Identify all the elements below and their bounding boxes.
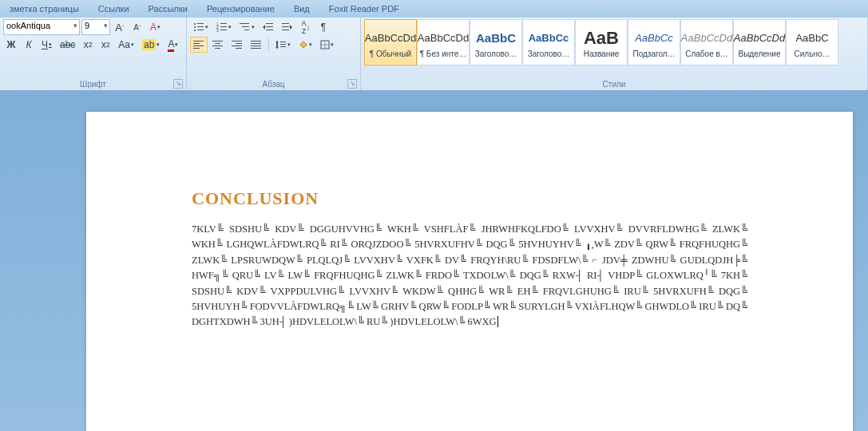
text-cursor bbox=[497, 316, 498, 327]
svg-rect-7 bbox=[220, 23, 227, 24]
tab-view[interactable]: Вид bbox=[284, 2, 319, 16]
decrease-indent-button[interactable] bbox=[260, 19, 277, 35]
style-name-label: Название bbox=[576, 49, 627, 58]
svg-rect-16 bbox=[266, 26, 273, 27]
style-preview: AaBbCcDd bbox=[681, 27, 732, 49]
sort-button[interactable]: AZ↓ bbox=[298, 19, 314, 35]
change-case-button[interactable]: Aa bbox=[115, 37, 137, 53]
style-item-5[interactable]: AaBbCcПодзагол… bbox=[628, 19, 680, 65]
style-item-3[interactable]: AaBbCcЗаголово… bbox=[522, 19, 575, 65]
line-spacing-button[interactable] bbox=[272, 37, 294, 53]
svg-rect-31 bbox=[232, 45, 242, 46]
style-name-label: Подзагол… bbox=[628, 49, 680, 58]
style-name-label: ¶ Без инте… bbox=[418, 49, 469, 58]
style-name-label: Заголово… bbox=[470, 49, 521, 58]
strikethrough-button[interactable]: abc bbox=[57, 37, 78, 53]
style-preview: AaBbC bbox=[795, 27, 828, 49]
svg-rect-27 bbox=[212, 45, 223, 46]
svg-rect-25 bbox=[212, 41, 223, 42]
font-dialog-launcher[interactable]: ↘ bbox=[173, 79, 183, 89]
style-item-0[interactable]: AaBbCcDd¶ Обычный bbox=[364, 19, 417, 65]
align-left-button[interactable] bbox=[190, 37, 208, 53]
style-preview: AaB bbox=[584, 27, 619, 49]
svg-point-0 bbox=[194, 23, 196, 25]
style-name-label: Сильно… bbox=[787, 49, 838, 58]
align-center-button[interactable] bbox=[209, 37, 227, 53]
styles-group: AaBbCcDd¶ ОбычныйAaBbCcDd¶ Без инте…AaBb… bbox=[361, 18, 868, 90]
underline-button[interactable]: Ч bbox=[38, 37, 55, 53]
font-size-combo[interactable]: 9 bbox=[81, 19, 110, 35]
italic-button[interactable]: К bbox=[21, 37, 37, 53]
svg-rect-33 bbox=[251, 41, 261, 42]
bold-button[interactable]: Ж bbox=[3, 37, 19, 53]
shading-button[interactable] bbox=[295, 37, 315, 53]
svg-point-4 bbox=[194, 30, 196, 31]
document-page[interactable]: CONCLUSION 7KLV╚ SDSHU╚ KDV╚ DGGUHVVHG╚ … bbox=[86, 112, 853, 431]
style-item-2[interactable]: AaBbCЗаголово… bbox=[470, 19, 522, 65]
svg-rect-37 bbox=[276, 42, 278, 47]
svg-rect-18 bbox=[282, 23, 289, 24]
bullets-button[interactable] bbox=[190, 19, 212, 35]
workspace: CONCLUSION 7KLV╚ SDSHU╚ KDV╚ DGGUHVVHG╚ … bbox=[0, 91, 868, 431]
borders-button[interactable] bbox=[317, 37, 337, 53]
svg-rect-26 bbox=[215, 43, 220, 44]
style-item-4[interactable]: AaBНазвание bbox=[575, 19, 628, 65]
tab-page-layout[interactable]: зметка страницы bbox=[0, 2, 89, 16]
svg-rect-23 bbox=[193, 45, 204, 46]
document-heading: CONCLUSION bbox=[192, 188, 747, 209]
svg-rect-30 bbox=[236, 43, 242, 44]
svg-rect-1 bbox=[197, 23, 204, 24]
svg-rect-3 bbox=[197, 26, 204, 27]
style-preview: AaBbCcDd bbox=[418, 27, 469, 49]
subscript-button[interactable]: x2 bbox=[80, 37, 96, 53]
paragraph-dialog-launcher[interactable]: ↘ bbox=[347, 79, 357, 89]
style-name-label: Выделение bbox=[734, 49, 785, 58]
svg-point-2 bbox=[194, 26, 196, 28]
svg-rect-12 bbox=[240, 23, 249, 24]
svg-rect-9 bbox=[220, 26, 227, 27]
justify-button[interactable] bbox=[248, 37, 265, 53]
paragraph-group-label: Абзац ↘ bbox=[190, 78, 357, 90]
svg-rect-38 bbox=[280, 42, 286, 42]
ribbon: ookAntiqua 9 Aˆ Aˇ A Ж К Ч abc x2 x2 Aa … bbox=[0, 18, 868, 91]
svg-rect-13 bbox=[242, 26, 249, 27]
style-preview: AaBbCcDd bbox=[734, 27, 785, 49]
grow-font-button[interactable]: Aˆ bbox=[112, 19, 128, 35]
svg-text:3: 3 bbox=[216, 28, 219, 32]
style-item-8[interactable]: AaBbCСильно… bbox=[786, 19, 838, 65]
svg-rect-11 bbox=[220, 30, 227, 30]
ribbon-tabs: зметка страницы Ссылки Рассылки Рецензир… bbox=[0, 0, 868, 18]
svg-rect-19 bbox=[282, 26, 289, 27]
style-item-7[interactable]: AaBbCcDdВыделение bbox=[733, 19, 786, 65]
tab-references[interactable]: Ссылки bbox=[89, 2, 139, 16]
style-preview: AaBbCcDd bbox=[365, 27, 416, 49]
font-group-label: Шрифт ↘ bbox=[3, 78, 183, 90]
style-name-label: Заголово… bbox=[523, 49, 574, 58]
numbering-button[interactable]: 123 bbox=[213, 19, 235, 35]
increase-indent-button[interactable] bbox=[279, 19, 296, 35]
show-marks-button[interactable]: ¶ bbox=[315, 19, 331, 35]
svg-rect-34 bbox=[251, 43, 261, 44]
font-name-combo[interactable]: ookAntiqua bbox=[3, 19, 80, 35]
svg-rect-21 bbox=[193, 41, 204, 42]
tab-foxit[interactable]: Foxit Reader PDF bbox=[319, 2, 409, 16]
superscript-button[interactable]: x2 bbox=[97, 37, 113, 53]
clear-formatting-button[interactable]: A bbox=[147, 19, 164, 35]
multilevel-button[interactable] bbox=[236, 19, 258, 35]
styles-gallery: AaBbCcDd¶ ОбычныйAaBbCcDd¶ Без инте…AaBb… bbox=[364, 19, 864, 65]
shrink-font-button[interactable]: Aˇ bbox=[129, 19, 145, 35]
tab-review[interactable]: Рецензирование bbox=[197, 2, 284, 16]
svg-rect-22 bbox=[193, 43, 200, 44]
font-color-button[interactable]: A bbox=[164, 37, 181, 53]
svg-rect-32 bbox=[236, 48, 242, 49]
align-right-button[interactable] bbox=[228, 37, 246, 53]
tab-mailings[interactable]: Рассылки bbox=[139, 2, 197, 16]
svg-rect-24 bbox=[193, 48, 200, 49]
svg-rect-40 bbox=[280, 46, 286, 47]
svg-rect-15 bbox=[266, 23, 273, 24]
style-item-6[interactable]: AaBbCcDdСлабое в… bbox=[680, 19, 733, 65]
svg-rect-29 bbox=[232, 41, 242, 42]
style-preview: AaBbC bbox=[476, 27, 516, 49]
highlight-button[interactable]: ab bbox=[139, 37, 163, 53]
style-item-1[interactable]: AaBbCcDd¶ Без инте… bbox=[417, 19, 470, 65]
